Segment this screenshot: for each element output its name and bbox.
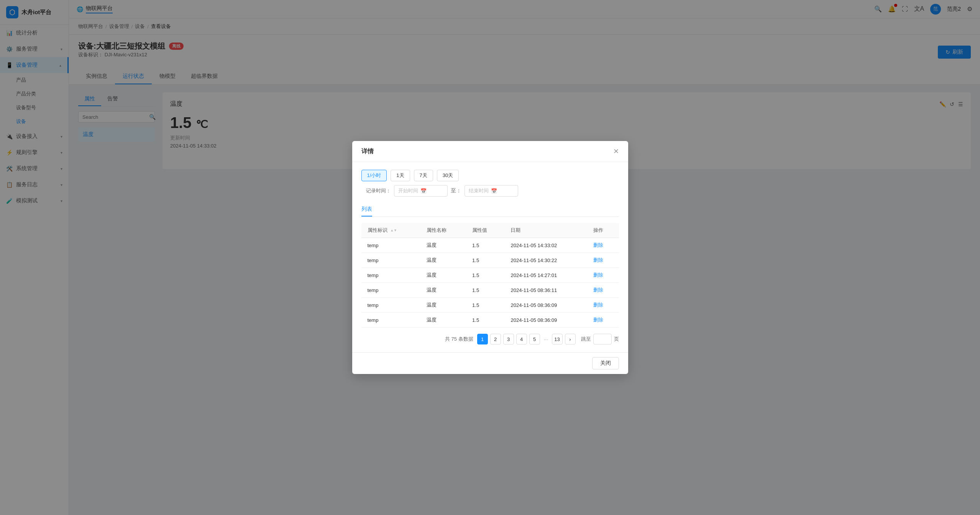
page-btn-1[interactable]: 1: [477, 334, 488, 344]
time-btn-30d[interactable]: 30天: [437, 170, 459, 181]
delete-link-5[interactable]: 删除: [593, 317, 603, 323]
cell-attr-name-2: 温度: [420, 268, 466, 283]
cell-attr-value-5: 1.5: [466, 313, 504, 328]
cell-attr-id-1: temp: [361, 253, 421, 268]
page-btn-2[interactable]: 2: [490, 334, 501, 344]
time-btn-1h[interactable]: 1/小时: [361, 170, 387, 181]
cell-action-3: 删除: [587, 283, 619, 298]
time-filter: 1/小时 1天 7天 30天 记录时间： 开始时间 📅 至： 结束时间 📅: [361, 170, 619, 197]
cell-date-4: 2024-11-05 08:36:09: [504, 298, 587, 313]
page-ellipsis: ···: [542, 336, 550, 342]
modal-overlay[interactable]: 详情 ✕ 1/小时 1天 7天 30天 记录时间： 开始时间 📅 至： 结束: [0, 0, 980, 515]
jump-input[interactable]: [593, 334, 612, 344]
page-jump: 跳至 页: [581, 334, 619, 344]
table-row: temp 温度 1.5 2024-11-05 08:36:11 删除: [361, 283, 619, 298]
table-row: temp 温度 1.5 2024-11-05 14:33:02 删除: [361, 238, 619, 253]
start-time-placeholder: 开始时间: [398, 187, 418, 194]
delete-link-3[interactable]: 删除: [593, 287, 603, 293]
modal-header: 详情 ✕: [352, 141, 628, 162]
modal-tab-list[interactable]: 列表: [361, 203, 372, 216]
col-action: 操作: [587, 223, 619, 238]
delete-link-2[interactable]: 删除: [593, 272, 603, 278]
table-header-row: 属性标识 ▲▼ 属性名称 属性值 日期 操作: [361, 223, 619, 238]
record-time-label: 记录时间：: [366, 187, 391, 194]
cell-date-5: 2024-11-05 08:36:09: [504, 313, 587, 328]
delete-link-1[interactable]: 删除: [593, 257, 603, 263]
table-body: temp 温度 1.5 2024-11-05 14:33:02 删除 temp …: [361, 238, 619, 328]
start-time-input[interactable]: 开始时间 📅: [394, 185, 448, 197]
calendar-start-icon: 📅: [420, 188, 427, 194]
cell-attr-id-3: temp: [361, 283, 421, 298]
page-btn-3[interactable]: 3: [503, 334, 514, 344]
page-btn-4[interactable]: 4: [516, 334, 527, 344]
col-attr-value: 属性值: [466, 223, 504, 238]
delete-link-4[interactable]: 删除: [593, 302, 603, 308]
cell-date-2: 2024-11-05 14:27:01: [504, 268, 587, 283]
modal-close-icon[interactable]: ✕: [613, 147, 619, 156]
col-attr-id: 属性标识 ▲▼: [361, 223, 421, 238]
cell-attr-value-4: 1.5: [466, 298, 504, 313]
cell-action-1: 删除: [587, 253, 619, 268]
modal-tabs: 列表: [361, 203, 619, 217]
cell-attr-name-0: 温度: [420, 238, 466, 253]
detail-modal: 详情 ✕ 1/小时 1天 7天 30天 记录时间： 开始时间 📅 至： 结束: [352, 141, 628, 374]
table-row: temp 温度 1.5 2024-11-05 14:27:01 删除: [361, 268, 619, 283]
modal-footer: 关闭: [352, 352, 628, 374]
page-next-btn[interactable]: ›: [565, 334, 576, 344]
page-btn-5[interactable]: 5: [529, 334, 540, 344]
calendar-end-icon: 📅: [491, 188, 497, 194]
cell-action-0: 删除: [587, 238, 619, 253]
col-date: 日期: [504, 223, 587, 238]
delete-link-0[interactable]: 删除: [593, 242, 603, 248]
time-range: 记录时间： 开始时间 📅 至： 结束时间 📅: [366, 185, 518, 197]
col-attr-name: 属性名称: [420, 223, 466, 238]
cell-date-1: 2024-11-05 14:30:22: [504, 253, 587, 268]
time-separator: 至：: [451, 187, 461, 194]
modal-body: 1/小时 1天 7天 30天 记录时间： 开始时间 📅 至： 结束时间 📅: [352, 162, 628, 352]
cell-date-3: 2024-11-05 08:36:11: [504, 283, 587, 298]
sort-attr-id-icon[interactable]: ▲▼: [390, 229, 397, 232]
time-btn-7d[interactable]: 7天: [414, 170, 433, 181]
cell-action-2: 删除: [587, 268, 619, 283]
cell-attr-name-3: 温度: [420, 283, 466, 298]
time-btn-1d[interactable]: 1天: [391, 170, 410, 181]
cell-attr-value-0: 1.5: [466, 238, 504, 253]
end-time-input[interactable]: 结束时间 📅: [465, 185, 518, 197]
cell-attr-value-2: 1.5: [466, 268, 504, 283]
cell-attr-id-0: temp: [361, 238, 421, 253]
cell-attr-name-4: 温度: [420, 298, 466, 313]
cell-attr-name-5: 温度: [420, 313, 466, 328]
cell-attr-value-3: 1.5: [466, 283, 504, 298]
cell-attr-name-1: 温度: [420, 253, 466, 268]
cell-action-5: 删除: [587, 313, 619, 328]
page-btn-last[interactable]: 13: [552, 334, 563, 344]
cell-attr-id-4: temp: [361, 298, 421, 313]
jump-label: 跳至: [581, 336, 591, 343]
table-row: temp 温度 1.5 2024-11-05 08:36:09 删除: [361, 313, 619, 328]
cell-attr-value-1: 1.5: [466, 253, 504, 268]
pagination-total: 共 75 条数据: [445, 336, 473, 343]
cell-action-4: 删除: [587, 298, 619, 313]
pagination: 共 75 条数据 1 2 3 4 5 ··· 13 › 跳至 页: [361, 334, 619, 344]
jump-suffix: 页: [614, 336, 619, 343]
table-head: 属性标识 ▲▼ 属性名称 属性值 日期 操作: [361, 223, 619, 238]
modal-title: 详情: [361, 148, 374, 156]
end-time-placeholder: 结束时间: [469, 187, 489, 194]
cell-attr-id-5: temp: [361, 313, 421, 328]
cell-attr-id-2: temp: [361, 268, 421, 283]
table-row: temp 温度 1.5 2024-11-05 14:30:22 删除: [361, 253, 619, 268]
data-table: 属性标识 ▲▼ 属性名称 属性值 日期 操作 temp 温度 1.5 2024-…: [361, 223, 619, 328]
modal-close-button[interactable]: 关闭: [592, 357, 619, 369]
table-row: temp 温度 1.5 2024-11-05 08:36:09 删除: [361, 298, 619, 313]
cell-date-0: 2024-11-05 14:33:02: [504, 238, 587, 253]
